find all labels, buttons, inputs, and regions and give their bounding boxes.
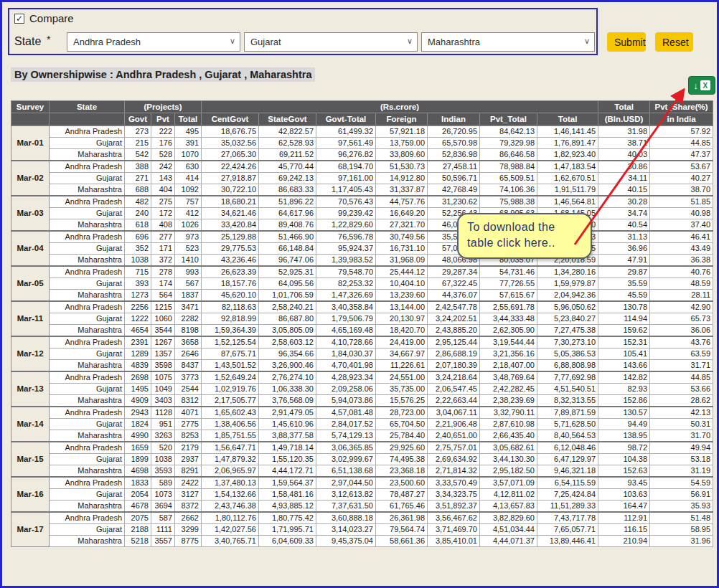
value-cell: 57.92 [650, 125, 713, 138]
value-cell: 77,726.55 [480, 278, 537, 289]
state-cell: Maharashtra [50, 148, 125, 161]
value-cell: 7,27,475.38 [537, 324, 598, 336]
value-cell: 29,775.53 [202, 242, 259, 254]
value-cell: 1,01,706.59 [259, 289, 316, 301]
submit-button[interactable]: Submit [607, 32, 646, 52]
value-cell: 242 [151, 161, 175, 173]
state-select-2[interactable]: Gujarat [244, 32, 418, 52]
value-cell: 86,687.80 [259, 313, 316, 324]
value-cell: 1128 [151, 407, 175, 419]
required-asterisk: * [47, 34, 50, 45]
reset-button[interactable]: Reset [655, 32, 693, 52]
value-cell: 408 [151, 219, 175, 231]
table-row: Maharashtra618408102633,420.8489,408.761… [11, 219, 713, 231]
state-cell: Andhra Pradesh [50, 125, 125, 138]
value-cell: 3,21,356.16 [480, 348, 537, 359]
value-cell: 5,94,073.86 [316, 394, 376, 407]
header-sub-pvt: Pvt [151, 113, 175, 125]
header-empty-cell [50, 113, 125, 125]
value-cell: 1,58,481.16 [259, 488, 316, 500]
state-cell: Gujarat [50, 453, 125, 465]
value-cell: 1049 [151, 383, 175, 394]
value-cell: 40.76 [650, 266, 713, 278]
value-cell: 87,675.71 [202, 348, 259, 359]
value-cell: 53.67 [650, 161, 713, 173]
value-cell: 1,71,995.71 [259, 523, 316, 535]
value-cell: 3,14,023.27 [316, 523, 376, 535]
value-cell: 1,47,183.54 [537, 161, 598, 173]
value-cell: 3,06,365.85 [316, 442, 376, 454]
state-select-1[interactable]: Andhra Pradesh [67, 32, 240, 52]
value-cell: 25,784.40 [376, 430, 428, 442]
value-cell: 16,649.20 [376, 207, 428, 219]
value-cell: 35.59 [598, 278, 650, 289]
value-cell: 528 [151, 148, 175, 161]
value-cell: 1,80,112.76 [202, 512, 259, 524]
excel-download-button[interactable]: ↓ X [688, 76, 715, 95]
value-cell: 757 [175, 196, 202, 208]
header-sub-total-crore: Total [537, 113, 598, 125]
value-cell: 84,642.13 [480, 125, 537, 138]
value-cell: 99,239.42 [316, 207, 376, 219]
value-cell: 92,818.99 [202, 313, 259, 324]
survey-cell: Mar-11 [11, 301, 50, 336]
value-cell: 1357 [151, 348, 175, 359]
value-cell: 47.37 [650, 148, 713, 161]
value-cell: 275 [151, 196, 175, 208]
value-cell: 2,38,239.69 [480, 394, 537, 407]
header-sub-govt-total: Govt-Total [316, 113, 376, 125]
value-cell: 42,768.49 [428, 184, 480, 196]
value-cell: 172 [151, 207, 175, 219]
value-cell: 1,80,775.42 [259, 512, 316, 524]
value-cell: 18,157.76 [202, 278, 259, 289]
tooltip-line-2: table click here.. [467, 235, 591, 251]
value-cell: 1495 [125, 383, 151, 394]
compare-checkbox[interactable]: ✓ [14, 14, 24, 24]
value-cell: 6,47,129.97 [537, 453, 598, 465]
value-cell: 4071 [175, 407, 202, 419]
header-row-2: Govt Pvt Total CentGovt StateGovt Govt-T… [11, 113, 713, 125]
value-cell: 8291 [175, 465, 202, 477]
value-cell: 130.78 [598, 301, 650, 313]
value-cell: 31.70 [650, 430, 713, 442]
value-cell: 42,822.57 [259, 125, 316, 138]
value-cell: 2,22,663.44 [428, 394, 480, 407]
state-cell: Andhra Pradesh [50, 512, 125, 524]
value-cell: 79,548.70 [316, 266, 376, 278]
value-cell: 1659 [125, 442, 151, 454]
value-cell: 4,28,923.34 [316, 371, 376, 384]
header-sub-stategovt: StateGovt [259, 113, 316, 125]
table-row: Mar-17Andhra Pradesh207558726621,80,112.… [11, 512, 713, 524]
value-cell: 82,253.32 [316, 278, 376, 289]
table-row: Gujarat39317456718,157.7664,095.5682,253… [11, 278, 713, 289]
value-cell: 2,17,505.77 [202, 394, 259, 407]
value-cell: 1,46,141.45 [537, 125, 598, 138]
value-cell: 210.94 [598, 535, 650, 546]
header-sub-centgovt: CentGovt [202, 113, 259, 125]
table-row: Gujarat12221060228292,818.9986,687.801,7… [11, 313, 713, 324]
value-cell: 1,59,364.39 [202, 324, 259, 336]
value-cell: 6,51,138.68 [316, 465, 376, 477]
value-cell: 11,226.61 [376, 359, 428, 371]
state-select-2-wrap: Gujarat ∨ [244, 32, 418, 52]
value-cell: 15,576.25 [376, 394, 428, 407]
value-cell: 35,032.56 [202, 137, 259, 148]
value-cell: 2544 [175, 383, 202, 394]
value-cell: 40.15 [598, 184, 650, 196]
header-projects-group: (Projects) [125, 101, 202, 113]
value-cell: 1,45,610.96 [259, 418, 316, 430]
value-cell: 30.86 [598, 161, 650, 173]
state-select-3[interactable]: Maharashtra [421, 32, 595, 52]
value-cell: 31.96 [650, 535, 713, 546]
download-tooltip: To download the table click here.. [457, 213, 592, 259]
survey-cell: Mar-15 [11, 442, 50, 477]
value-cell: 1899 [125, 453, 151, 465]
value-cell: 29,287.34 [428, 266, 480, 278]
value-cell: 86,646.58 [480, 148, 537, 161]
value-cell: 44,757.76 [376, 196, 428, 208]
value-cell: 112.91 [598, 512, 650, 524]
value-cell: 1215 [151, 301, 175, 313]
value-cell: 2391 [125, 336, 151, 348]
value-cell: 95,924.37 [316, 242, 376, 254]
state-cell: Andhra Pradesh [50, 266, 125, 278]
